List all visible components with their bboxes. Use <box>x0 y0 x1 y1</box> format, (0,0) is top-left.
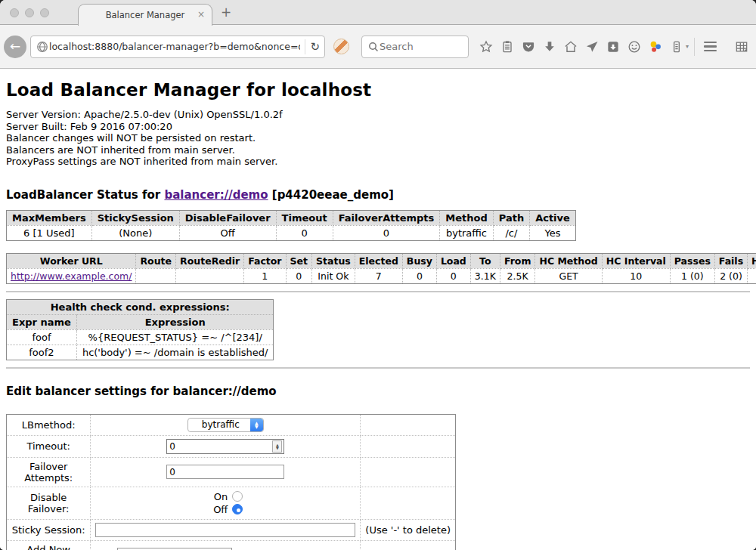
chevron-down-icon[interactable]: ▾ <box>686 43 689 50</box>
section-divider <box>6 291 750 292</box>
lbmethod-select[interactable]: bytraffic ▲▼ <box>187 418 264 432</box>
search-bar[interactable] <box>361 36 469 58</box>
failover-attempts-input[interactable] <box>166 465 284 479</box>
pocket-icon[interactable] <box>519 37 538 57</box>
window-minimize-button[interactable] <box>25 8 34 17</box>
search-input[interactable] <box>380 41 463 52</box>
window-close-button[interactable] <box>10 8 19 17</box>
disable-failover-label: Disable Failover: <box>7 487 91 519</box>
section-divider <box>6 367 750 369</box>
table-title-row: Health check cond. expressions: <box>7 299 274 314</box>
toolbar-icons: ▾ <box>476 37 751 57</box>
url-divider <box>305 39 305 54</box>
worker-url-link[interactable]: http://www.example.com/ <box>11 270 132 282</box>
tab-groups-icon[interactable] <box>732 37 751 57</box>
form-row-disable-failover: Disable Failover: On Off <box>7 487 456 519</box>
table-header-row: MaxMembers StickySession DisableFailover… <box>7 210 576 225</box>
table-row: http://www.example.com/ 1 0 Init Ok 7 0 … <box>7 268 756 283</box>
select-arrows-icon: ▲▼ <box>250 419 263 431</box>
warning-line: Balancers are NOT inherited from main se… <box>6 144 750 156</box>
sticky-session-note: (Use '-' to delete) <box>361 519 456 540</box>
bookmark-star-icon[interactable] <box>476 37 496 57</box>
health-check-table: Health check cond. expressions: Expr nam… <box>6 299 274 360</box>
balancer-link[interactable]: balancer://demo <box>164 188 268 202</box>
server-built: Server Built: Feb 9 2016 07:00:20 <box>6 121 750 133</box>
failover-off-radio[interactable] <box>232 504 243 514</box>
container-icon[interactable] <box>667 37 686 57</box>
edit-settings-heading: Edit balancer settings for balancer://de… <box>6 375 750 406</box>
table-row: foof2 hc('body') =~ /domain is establish… <box>7 345 274 360</box>
window-controls <box>10 8 49 17</box>
search-icon <box>367 37 380 57</box>
back-button[interactable]: ← <box>4 36 26 58</box>
tab-bar: Balancer Manager × + <box>0 0 756 25</box>
number-spinner-icon[interactable]: ▲▼ <box>272 440 282 453</box>
form-row-lbmethod: LBmethod: bytraffic ▲▼ <box>7 414 456 435</box>
status-heading: LoadBalancer Status for balancer://demo … <box>6 168 750 210</box>
url-bar[interactable]: ↻ <box>30 36 325 58</box>
tab-close-icon[interactable]: × <box>197 9 205 20</box>
worker-status-table: Worker URL Route RouteRedir Factor Set S… <box>6 253 756 284</box>
form-row-timeout: Timeout: ▲▼ <box>7 435 456 457</box>
table-row: foof %{REQUEST_STATUS} =~ /^[234]/ <box>7 329 274 345</box>
chat-smiley-icon[interactable] <box>624 37 644 57</box>
form-row-failover-attempts: Failover Attempts: <box>7 457 456 487</box>
window-zoom-button[interactable] <box>40 8 49 17</box>
form-row-sticky-session: Sticky Session: (Use '-' to delete) <box>7 519 456 540</box>
page-content: Load Balancer Manager for localhost Serv… <box>0 69 756 550</box>
bookmarks-clipboard-icon[interactable] <box>497 37 517 57</box>
add-worker-label: Add New Worker: <box>7 540 91 550</box>
table-header-row: Expr name Expression <box>7 314 274 329</box>
home-icon[interactable] <box>561 37 581 57</box>
navigation-toolbar: ← ↻ <box>0 25 756 69</box>
color-dots-icon[interactable] <box>646 37 665 57</box>
globe-icon <box>36 37 49 57</box>
table-row: 6 [1 Used] (None) Off 0 0 bytraffic /c/ … <box>7 225 576 240</box>
warning-line: Balancer changes will NOT be persisted o… <box>6 132 750 144</box>
sticky-session-label: Sticky Session: <box>7 519 91 540</box>
toolbar-separator <box>694 38 695 56</box>
save-to-device-icon[interactable] <box>603 37 623 57</box>
failover-attempts-label: Failover Attempts: <box>7 457 91 487</box>
timeout-input[interactable]: ▲▼ <box>166 439 284 454</box>
balancer-settings-form: LBmethod: bytraffic ▲▼ Timeout: ▲▼ <box>6 414 456 550</box>
page-title: Load Balancer Manager for localhost <box>6 69 750 109</box>
reload-icon[interactable]: ↻ <box>310 40 320 54</box>
browser-window: Balancer Manager × + ← ↻ <box>0 0 756 550</box>
browser-tab[interactable]: Balancer Manager × <box>78 4 212 26</box>
menu-hamburger-icon[interactable] <box>700 37 720 57</box>
timeout-label: Timeout: <box>7 435 91 457</box>
sticky-session-input[interactable] <box>95 523 355 537</box>
form-row-add-worker: Add New Worker: Are you sure? <box>7 540 456 550</box>
tab-title: Balancer Manager <box>106 10 185 20</box>
url-input[interactable] <box>49 41 300 52</box>
lbmethod-label: LBmethod: <box>7 414 91 435</box>
adblock-icon[interactable] <box>333 39 349 54</box>
warning-line: ProxyPass settings are NOT inherited fro… <box>6 156 750 168</box>
server-version: Server Version: Apache/2.5.0-dev (Unix) … <box>6 109 750 121</box>
table-header-row: Worker URL Route RouteRedir Factor Set S… <box>7 253 756 268</box>
send-plane-icon[interactable] <box>582 37 602 57</box>
new-tab-button[interactable]: + <box>221 5 231 20</box>
balancer-status-table: MaxMembers StickySession DisableFailover… <box>6 210 576 241</box>
failover-on-radio[interactable] <box>232 491 243 502</box>
downloads-arrow-icon[interactable] <box>540 37 559 57</box>
